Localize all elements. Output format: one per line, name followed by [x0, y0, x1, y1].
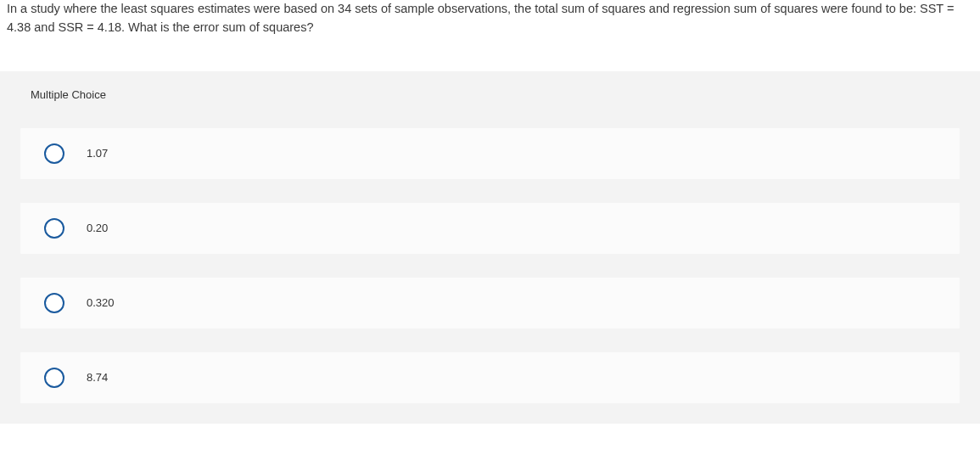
choice-option[interactable]: 0.20 — [20, 203, 960, 254]
radio-icon — [44, 143, 64, 164]
choice-option[interactable]: 8.74 — [20, 352, 960, 403]
radio-icon — [44, 293, 64, 313]
choice-option[interactable]: 1.07 — [20, 128, 960, 179]
choice-label: 0.20 — [87, 222, 108, 234]
section-label: Multiple Choice — [0, 71, 980, 118]
choice-label: 1.07 — [87, 147, 108, 160]
choice-option[interactable]: 0.320 — [20, 278, 960, 329]
multiple-choice-container: Multiple Choice 1.07 0.20 0.320 8.74 — [0, 71, 980, 424]
question-text: In a study where the least squares estim… — [0, 0, 980, 46]
choice-label: 0.320 — [87, 296, 115, 309]
radio-icon — [44, 218, 64, 239]
radio-icon — [44, 368, 64, 388]
choice-label: 8.74 — [87, 371, 108, 384]
choices-list: 1.07 0.20 0.320 8.74 — [0, 118, 980, 424]
